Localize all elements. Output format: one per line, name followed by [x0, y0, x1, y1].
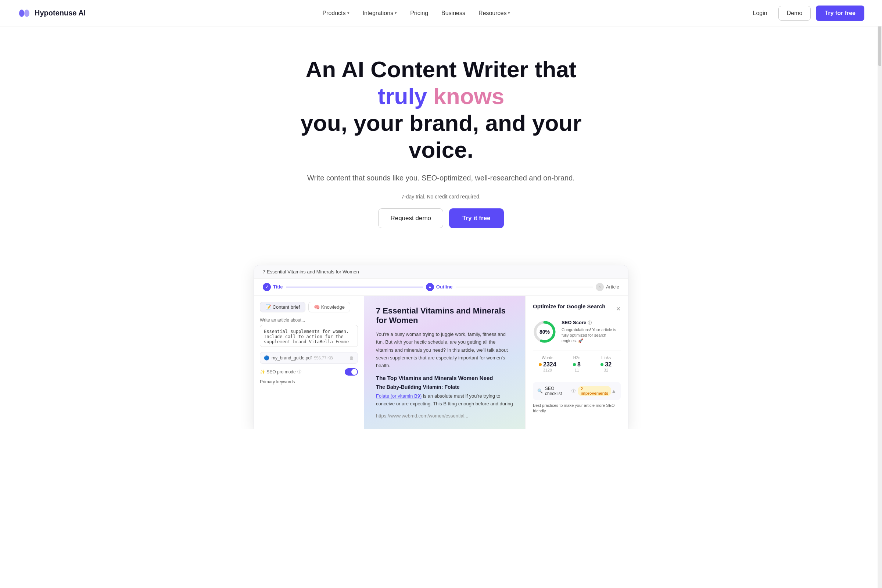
hero-title-part1: An AI Content Writer that	[305, 57, 576, 82]
svg-point-0	[19, 9, 24, 17]
demo-title-bar: 7 Essential Vitamins and Minerals for Wo…	[254, 266, 628, 279]
step-article-label: Article	[606, 284, 619, 290]
demo-article-header: 7 Essential Vitamins and Minerals for Wo…	[263, 269, 359, 274]
seo-chevron-up-icon: ▲	[611, 388, 616, 394]
demo-left-panel: 📝 Content brief 🧠 Knowledge Write an art…	[254, 296, 364, 429]
seo-mode-label: ✨ SEO pro mode ⓘ	[260, 369, 302, 375]
file-info: 🔵 my_brand_guide.pdf 556.77 KB	[264, 356, 333, 360]
words-value: 2324	[533, 361, 562, 368]
words-dot	[539, 363, 542, 366]
seo-mode-toggle[interactable]	[345, 368, 358, 376]
links-label: Links	[591, 356, 621, 360]
demo-wrapper: 7 Essential Vitamins and Minerals for Wo…	[239, 265, 643, 429]
step-outline: ● Outline	[426, 283, 453, 291]
nav-resources[interactable]: Resources ▾	[478, 10, 510, 16]
words-sub: 3129	[533, 368, 562, 372]
step-title: ✓ Title	[263, 283, 283, 291]
article-section1-title: The Top Vitamins and Minerals Women Need	[376, 375, 513, 381]
seo-score-row: 80% SEO Score ⓘ Congratulations! Your ar…	[533, 320, 621, 344]
article-brief-input[interactable]	[260, 325, 358, 347]
demo-body: 📝 Content brief 🧠 Knowledge Write an art…	[254, 296, 628, 429]
seo-stat-links: Links 32 32	[591, 356, 621, 372]
nav-business[interactable]: Business	[441, 10, 465, 16]
seo-help-icon3: ⓘ	[572, 388, 576, 394]
hero-title-knows: knows	[433, 83, 504, 109]
file-name: my_brand_guide.pdf	[272, 356, 312, 360]
logo-icon	[18, 7, 31, 20]
brand-guide-file: 🔵 my_brand_guide.pdf 556.77 KB 🗑	[260, 352, 358, 364]
words-label: Words	[533, 356, 562, 360]
navbar: Hypotenuse AI Products ▾ Integrations ▾ …	[0, 0, 882, 27]
links-dot	[600, 363, 603, 366]
seo-stat-words: Words 2324 3129	[533, 356, 562, 372]
h2s-sub: 11	[562, 368, 592, 372]
try-it-free-button[interactable]: Try it free	[449, 208, 504, 228]
links-sub: 32	[591, 368, 621, 372]
hero-title: An AI Content Writer that truly knows yo…	[290, 56, 592, 164]
seo-pro-mode-row: ✨ SEO pro mode ⓘ	[260, 368, 358, 376]
seo-donut-chart: 80%	[533, 320, 556, 344]
tab-knowledge[interactable]: 🧠 Knowledge	[308, 302, 350, 312]
demo-button[interactable]: Demo	[778, 6, 811, 21]
chevron-down-icon: ▾	[347, 10, 350, 15]
scrollbar-thumb[interactable]	[878, 22, 881, 66]
hero-section: An AI Content Writer that truly knows yo…	[0, 27, 882, 265]
chevron-down-icon: ▾	[395, 10, 397, 15]
step-outline-label: Outline	[436, 284, 453, 290]
seo-checklist-desc: Best practices to make your article more…	[533, 403, 621, 414]
try-for-free-button[interactable]: Try for free	[816, 6, 864, 21]
seo-checklist-badge: 2 improvements	[578, 386, 611, 396]
nav-links: Products ▾ Integrations ▾ Pricing Busine…	[322, 10, 510, 16]
step-article-circle: ○	[596, 283, 604, 291]
nav-integrations[interactable]: Integrations ▾	[363, 10, 397, 16]
seo-checklist-label: SEO checklist	[545, 386, 569, 396]
h2s-label: H2s	[562, 356, 592, 360]
file-icon: 🔵	[264, 356, 269, 360]
seo-checklist-left: 🔍 SEO checklist ⓘ 2 improvements	[537, 386, 611, 396]
hero-title-rest: you, your brand, and your voice.	[301, 110, 582, 162]
article-title: 7 Essential Vitamins and Minerals for Wo…	[376, 306, 513, 325]
step-line-2	[456, 286, 593, 287]
nav-actions: Login Demo Try for free	[747, 6, 864, 21]
file-delete-icon[interactable]: 🗑	[350, 356, 354, 360]
seo-score-desc: Congratulations! Your article is fully o…	[561, 327, 621, 344]
demo-article-panel: 7 Essential Vitamins and Minerals for Wo…	[364, 296, 525, 429]
step-article: ○ Article	[596, 283, 619, 291]
scrollbar[interactable]	[878, 0, 882, 429]
step-title-circle: ✓	[263, 283, 271, 291]
request-demo-button[interactable]: Request demo	[378, 208, 443, 228]
seo-stat-h2s: H2s 8 11	[562, 356, 592, 372]
seo-score-label: SEO Score ⓘ	[561, 320, 621, 326]
seo-close-button[interactable]: ✕	[616, 305, 621, 312]
chevron-down-icon: ▾	[508, 10, 510, 15]
login-button[interactable]: Login	[747, 7, 773, 20]
tab-content-brief[interactable]: 📝 Content brief	[260, 302, 305, 312]
nav-pricing[interactable]: Pricing	[410, 10, 428, 16]
h2s-value: 8	[562, 361, 592, 368]
article-url: https://www.webmd.com/women/essential...	[376, 413, 513, 418]
article-section2-body: Folate (or vitamin B9) is an absolute mu…	[376, 392, 513, 408]
hero-cta-buttons: Request demo Try it free	[290, 208, 592, 228]
h2s-dot	[573, 363, 576, 366]
nav-products[interactable]: Products ▾	[322, 10, 349, 16]
file-size: 556.77 KB	[314, 356, 333, 360]
svg-point-1	[24, 9, 29, 17]
logo[interactable]: Hypotenuse AI	[18, 7, 86, 20]
step-outline-circle: ●	[426, 283, 434, 291]
seo-checklist-row[interactable]: 🔍 SEO checklist ⓘ 2 improvements ▲	[533, 382, 621, 400]
folate-link[interactable]: Folate (or vitamin B9)	[376, 393, 422, 399]
steps-bar: ✓ Title ● Outline ○ Article	[254, 279, 628, 296]
write-label: Write an article about...	[260, 318, 358, 322]
seo-help-icon: ⓘ	[297, 369, 302, 375]
hero-trial-text: 7-day trial. No credit card required.	[290, 194, 592, 200]
article-section2-title: The Baby-Building Vitamin: Folate	[376, 384, 513, 390]
article-intro: You're a busy woman trying to juggle wor…	[376, 330, 513, 370]
step-line-1	[286, 286, 423, 287]
seo-panel-title: Optimize for Google Search	[533, 303, 606, 309]
seo-help-icon2: ⓘ	[588, 321, 592, 325]
seo-panel: Optimize for Google Search ✕ 80% SEO Sco…	[525, 296, 628, 429]
keywords-label: Primary keywords	[260, 379, 358, 384]
seo-stats: Words 2324 3129 H2s 8 11	[533, 351, 621, 377]
demo-tabs: 📝 Content brief 🧠 Knowledge	[260, 302, 358, 312]
seo-score-info: SEO Score ⓘ Congratulations! Your articl…	[561, 320, 621, 344]
